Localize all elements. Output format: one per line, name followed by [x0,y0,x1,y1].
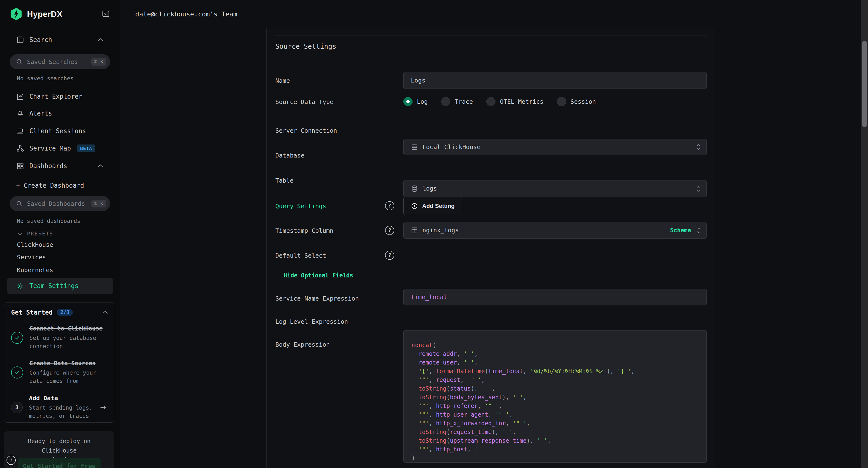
sidebar-item-label: Search [29,36,52,43]
select-chevrons-icon [696,185,701,192]
radio-icon [441,97,451,106]
query-settings-help-icon[interactable]: ? [385,201,394,210]
presets-toggle[interactable]: PRESETS [17,231,54,237]
default-select-help-icon[interactable]: ? [385,251,394,260]
timestamp-column-value: time_local [411,294,447,300]
step-number-badge: 3 [11,402,23,413]
laptop-icon [16,127,24,135]
get-started-free-button[interactable]: Get Started for Free [18,458,101,468]
chevron-up-icon[interactable] [102,311,108,314]
step-title: Add Data [29,394,108,402]
get-started-header[interactable]: Get Started 2/3 [11,309,108,316]
step-connect-clickhouse[interactable]: Connect to ClickHouse Set up your databa… [11,325,108,350]
database-icon [411,185,418,192]
sidebar-item-service-map[interactable]: Service Map BETA [0,142,120,155]
no-saved-dashboards-text: No saved dashboards [17,218,80,224]
timestamp-column-label: Timestamp Column [275,227,334,234]
cloud-promo-card: Ready to deploy on ClickHouse Cloud? Get… [4,431,114,468]
section-divider [275,35,707,35]
check-circle-icon [11,367,23,379]
source-data-type-label: Source Data Type [275,98,334,106]
hide-optional-fields-link[interactable]: Hide Optional Fields [283,272,353,279]
radio-icon [486,97,495,106]
shortcut-badge: ⌘ K [91,58,106,66]
sidebar-item-team-settings[interactable]: Team Settings [7,278,113,294]
step-create-data-sources[interactable]: Create Data Sources Configure where your… [11,360,108,385]
app-title: HyperDX [27,9,62,19]
create-dashboard-label: + Create Dashboard [16,182,84,189]
saved-dashboards-input[interactable]: Saved Dashboards ⌘ K [10,196,110,211]
step-description: Set up your database connection [29,334,108,350]
table-search-icon [16,36,24,44]
saved-searches-placeholder: Saved Searches [27,58,91,65]
radio-log[interactable]: Log [403,97,428,106]
body-expression-label: Body Expression [275,341,330,348]
preset-clickhouse[interactable]: ClickHouse [17,241,53,248]
sidebar-item-label: Chart Explorer [29,93,82,100]
add-setting-button[interactable]: Add Setting [403,197,462,215]
sidebar-item-client-sessions[interactable]: Client Sessions [0,124,120,138]
sidebar-collapse-icon[interactable] [101,10,110,18]
step-description: Configure where your data comes from [29,369,108,385]
sidebar-item-label: Dashboards [29,163,67,170]
scrollbar-thumb[interactable] [862,41,867,127]
team-title: dale@clickhouse.com's Team [135,10,237,18]
sidebar-item-dashboards[interactable]: Dashboards [0,159,120,173]
database-value: logs [423,185,437,192]
no-saved-searches-text: No saved searches [17,75,73,82]
saved-dashboards-placeholder: Saved Dashboards [27,200,91,207]
table-select[interactable]: nginx_logs Schema [403,222,707,239]
team-settings-label: Team Settings [29,282,79,290]
chevron-up-icon[interactable] [97,164,104,168]
dashboards-icon [16,162,24,170]
shortcut-badge: ⌘ K [91,200,106,207]
step-add-data[interactable]: 3 Add Data Start sending logs, metrics, … [11,394,108,420]
schema-link[interactable]: Schema [670,227,691,234]
server-connection-value: Local ClickHouse [423,144,480,150]
page-title: Source Settings [275,42,336,51]
bell-icon [16,109,24,117]
create-dashboard-button[interactable]: + Create Dashboard [0,179,120,192]
gear-icon [17,282,24,290]
table-label: Table [275,177,293,184]
step-title: Connect to ClickHouse [29,325,108,332]
source-settings-panel: Source Settings Name Logs Source Data Ty… [267,28,714,468]
radio-icon [557,97,566,106]
hyperdx-logo-icon [10,7,23,21]
search-icon [16,200,23,207]
help-button[interactable]: ? [4,453,18,468]
server-icon [411,144,418,151]
sidebar-item-search[interactable]: Search [0,33,120,46]
log-level-label: Log Level Expression [275,318,348,325]
sidebar-item-alerts[interactable]: Alerts [0,107,120,120]
name-value: Logs [411,77,425,84]
sidebar-item-label: Alerts [29,110,52,117]
server-connection-label: Server Connection [275,127,337,134]
sidebar-item-chart-explorer[interactable]: Chart Explorer [0,90,120,103]
preset-kubernetes[interactable]: Kubernetes [17,267,53,273]
preset-services[interactable]: Services [17,254,46,261]
saved-searches-input[interactable]: Saved Searches ⌘ K [10,54,110,69]
scrollbar-track[interactable] [861,0,868,468]
chevron-up-icon[interactable] [97,38,104,42]
radio-trace[interactable]: Trace [441,97,473,106]
timestamp-column-input[interactable]: time_local [403,289,707,305]
table-icon [411,227,418,234]
table-value: nginx_logs [423,227,459,234]
radio-session[interactable]: Session [557,97,596,106]
query-settings-label: Query Settings [275,203,326,210]
plus-circle-icon [411,202,418,210]
check-circle-icon [11,332,23,344]
radio-otel-metrics[interactable]: OTEL Metrics [486,97,544,106]
body-expression-editor[interactable]: concat( remote_addr, ' ', remote_user, '… [403,335,707,463]
server-connection-select[interactable]: Local ClickHouse [403,139,707,155]
get-started-card: Get Started 2/3 Connect to ClickHouse Se… [4,302,114,422]
presets-label: PRESETS [27,231,54,237]
database-label: Database [275,152,304,159]
database-select[interactable]: logs [403,180,707,197]
sidebar-item-label: Client Sessions [29,127,86,135]
sidebar: HyperDX Search Saved Searches ⌘ K No sav… [0,0,120,468]
timestamp-help-icon[interactable]: ? [385,226,394,235]
name-input[interactable]: Logs [403,72,707,89]
source-data-type-radios: Log Trace OTEL Metrics Session [403,97,596,106]
